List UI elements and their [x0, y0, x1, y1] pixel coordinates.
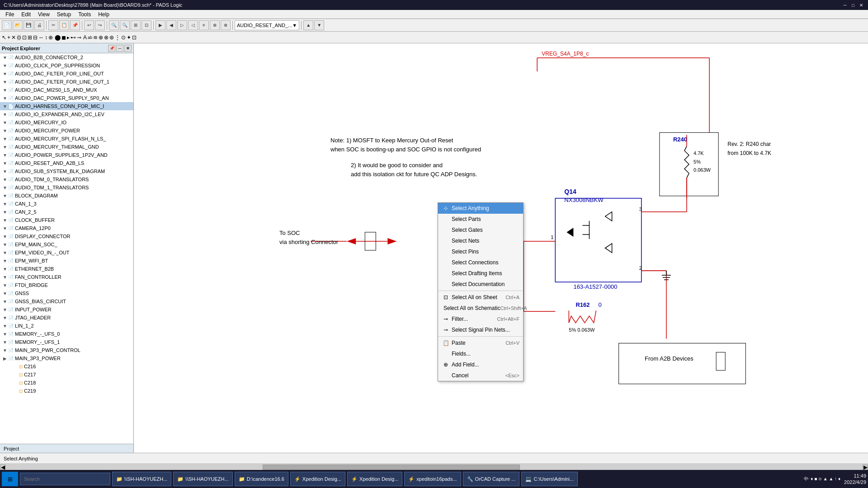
tb-new[interactable]: 📄 — [2, 20, 12, 30]
tree-item[interactable]: ▼📄AUDIO_TDM_0_TRANSLATORS — [0, 175, 133, 183]
tree-item[interactable]: ▼📄AUDIO_DAC_POWER_SUPPLY_5P0_AN — [0, 94, 133, 102]
taskbar-app-1[interactable]: 📁 \\SH-HAOYUEZH... — [112, 472, 171, 486]
tree-item[interactable]: ▼📄EPM_VIDEO_IN_-_OUT — [0, 249, 133, 257]
tree-item[interactable]: ▼📄AUDIO_MERCURY_IO — [0, 118, 133, 127]
tree-item[interactable]: ▼📄AUDIO_HARNESS_CONN_FOR_MIC_I — [0, 102, 133, 110]
menu-view[interactable]: View — [34, 10, 53, 19]
tb-zoom-fit[interactable]: ⊞ — [131, 20, 141, 30]
tb2-b8[interactable]: ↔ — [38, 34, 44, 41]
tree-item[interactable]: ▶📄MAIN_3P3_POWER — [0, 354, 133, 362]
tree-item[interactable]: ▼📄GNSS_BIAS_CIRCUIT — [0, 297, 133, 305]
tree-item[interactable]: ▼📄GNSS — [0, 289, 133, 297]
tb-b4[interactable]: ◁ — [188, 20, 198, 30]
tb-nav-down[interactable]: ▼ — [314, 20, 324, 30]
ctx-select-gates[interactable]: Select Gates — [438, 225, 523, 235]
ctx-filter[interactable]: ⊸ Filter... Ctrl+Alt+F — [438, 314, 523, 324]
h-scrollbar[interactable]: ◀ ▶ — [0, 464, 868, 470]
maximize-button[interactable]: □ — [850, 2, 856, 8]
tb-nav-up[interactable]: ▲ — [303, 20, 313, 30]
ctx-select-all-schematic[interactable]: Select All on Schematic Ctrl+Shift+A — [438, 303, 523, 314]
tb2-b7[interactable]: ⊟ — [33, 34, 38, 41]
tb-b2[interactable]: ◀ — [166, 20, 176, 30]
tree-item[interactable]: ▼📄AUDIO_IO_EXPANDER_AND_I2C_LEV — [0, 110, 133, 118]
tb-zoom-area[interactable]: ⊡ — [142, 20, 151, 30]
panel-close[interactable]: ✕ — [124, 45, 132, 52]
menu-setup[interactable]: Setup — [53, 10, 75, 19]
tree-item[interactable]: ▼📄EPM_MAIN_SOC_ — [0, 240, 133, 249]
tb2-b10[interactable]: ⊕ — [48, 34, 53, 41]
tb-copy[interactable]: 📋 — [59, 20, 69, 30]
tb-b6[interactable]: ⊕ — [210, 20, 220, 30]
tree-item[interactable]: ▼📄FAN_CONTROLLER — [0, 273, 133, 281]
tree-item[interactable]: ▼📄AUDIO_RESET_AND_A2B_LS — [0, 159, 133, 167]
tb-save[interactable]: 💾 — [24, 20, 33, 30]
tb2-b13[interactable]: ▸ — [67, 34, 70, 41]
menu-help[interactable]: Help — [94, 10, 113, 19]
tb-print[interactable]: 🖨 — [34, 20, 44, 30]
tree-item[interactable]: ▼📄FTDI_BRIDGE — [0, 281, 133, 289]
taskbar-search[interactable] — [20, 473, 110, 485]
tb2-b1[interactable]: ↖ — [2, 34, 6, 41]
tree-item[interactable]: ▼📄MEMORY_-_UFS_1 — [0, 338, 133, 346]
tb2-b9[interactable]: ↕ — [45, 34, 47, 41]
ctx-select-anything[interactable]: ⊹ Select Anything — [438, 203, 523, 214]
tree-item[interactable]: ▼📄AUDIO_POWER_SUPPLIES_1P2V_AND — [0, 151, 133, 159]
tree-item[interactable]: ⊡C216 — [0, 362, 133, 371]
tree-item[interactable]: ▼📄ETHERNET_B2B — [0, 265, 133, 273]
tree-item[interactable]: ▼📄AUDIO_DAC_FILTER_FOR_LINE_OUT — [0, 70, 133, 78]
tb-b7[interactable]: ⊗ — [221, 20, 231, 30]
tb-b1[interactable]: ▶ — [156, 20, 165, 30]
tb-b3[interactable]: ▷ — [177, 20, 187, 30]
tree-item[interactable]: ▼📄JTAG_HEADER — [0, 314, 133, 322]
taskbar-app-8[interactable]: 💻 C:\Users\Admini... — [521, 472, 578, 486]
tb2-b18[interactable]: ≋ — [93, 34, 98, 41]
ctx-select-documentation[interactable]: Select Documentation — [438, 279, 523, 290]
tb2-b15[interactable]: ⊸ — [77, 34, 81, 41]
minimize-button[interactable]: ─ — [842, 2, 848, 8]
ctx-select-all-sheet[interactable]: ⊡ Select All on Sheet Ctrl+A — [438, 292, 523, 303]
tree-item[interactable]: ▼📄LIN_1_2 — [0, 322, 133, 330]
start-button[interactable]: ⊞ — [2, 472, 18, 486]
tree-item[interactable]: ▼📄DISPLAY_CONNECTOR — [0, 232, 133, 240]
tree-item[interactable]: ▼📄AUDIO_DAC_MI2S0_LS_AND_MUX — [0, 86, 133, 94]
tb2-b19[interactable]: ⊕ — [99, 34, 103, 41]
tb2-b3[interactable]: ✕ — [11, 34, 16, 41]
tree-item[interactable]: ▼📄CAMERA_12P0 — [0, 224, 133, 232]
tree-item[interactable]: ▼📄AUDIO_MERCURY_SPI_FLASH_N_LS_ — [0, 135, 133, 143]
panel-minimize[interactable]: ─ — [116, 45, 123, 52]
tree-item[interactable]: ▼📄AUDIO_B2B_CONNECTOR_2 — [0, 53, 133, 61]
tree-item[interactable]: ▼📄MEMORY_-_UFS_0 — [0, 330, 133, 338]
scroll-left-btn[interactable]: ◀ — [0, 465, 5, 470]
tree-item[interactable]: ▼📄AUDIO_TDM_1_TRANSLATORS — [0, 183, 133, 192]
ctx-select-connections[interactable]: Select Connections — [438, 257, 523, 268]
tb-undo[interactable]: ↩ — [84, 20, 94, 30]
tb2-b4[interactable]: ⊙ — [17, 34, 21, 41]
tb2-b23[interactable]: ⊙ — [121, 34, 126, 41]
menu-edit[interactable]: Edit — [18, 10, 34, 19]
taskbar-app-4[interactable]: ⚡ Xpedition Desig... — [290, 472, 345, 486]
taskbar-app-3[interactable]: 📁 D:\candence16.6 — [235, 472, 288, 486]
tree-item[interactable]: ⊡C217 — [0, 371, 133, 379]
tree-item[interactable]: ▼📄AUDIO_DAC_FILTER_FOR_LINE_OUT_1 — [0, 78, 133, 86]
panel-pin[interactable]: 📌 — [108, 45, 115, 52]
ctx-select-parts[interactable]: Select Parts — [438, 214, 523, 225]
ctx-select-drafting[interactable]: Select Drafting Items — [438, 268, 523, 279]
tb-b5[interactable]: ≡ — [199, 20, 209, 30]
tree-item[interactable]: ▼📄AUDIO_MERCURY_POWER — [0, 127, 133, 135]
tb2-b2[interactable]: + — [7, 34, 10, 41]
tb-zoom-in[interactable]: 🔍 — [109, 20, 119, 30]
tree-item[interactable]: ▼📄AUDIO_SUB_SYSTEM_BLK_DIAGRAM — [0, 167, 133, 175]
sheet-dropdown[interactable]: AUDIO_RESET_AND_... ▼ — [235, 20, 299, 30]
ctx-fields[interactable]: Fields... — [438, 348, 523, 359]
tb2-b22[interactable]: ⋮ — [115, 34, 120, 41]
tb-redo[interactable]: ↪ — [95, 20, 105, 30]
ctx-select-nets[interactable]: Select Nets — [438, 235, 523, 246]
close-button[interactable]: ✕ — [858, 2, 864, 8]
taskbar-app-5[interactable]: ⚡ Xpedition Desig... — [347, 472, 402, 486]
ctx-select-signal-pin-nets[interactable]: ⊸ Select Signal Pin Nets... — [438, 324, 523, 335]
menu-file[interactable]: File — [2, 10, 18, 19]
tree-item[interactable]: ▼📄EPM_WIFI_BT — [0, 257, 133, 265]
tree-item[interactable]: ▼📄CAN_1_3 — [0, 200, 133, 208]
tb2-b25[interactable]: ⊡ — [132, 34, 137, 41]
tb2-b11[interactable]: ⬤ — [55, 34, 61, 41]
